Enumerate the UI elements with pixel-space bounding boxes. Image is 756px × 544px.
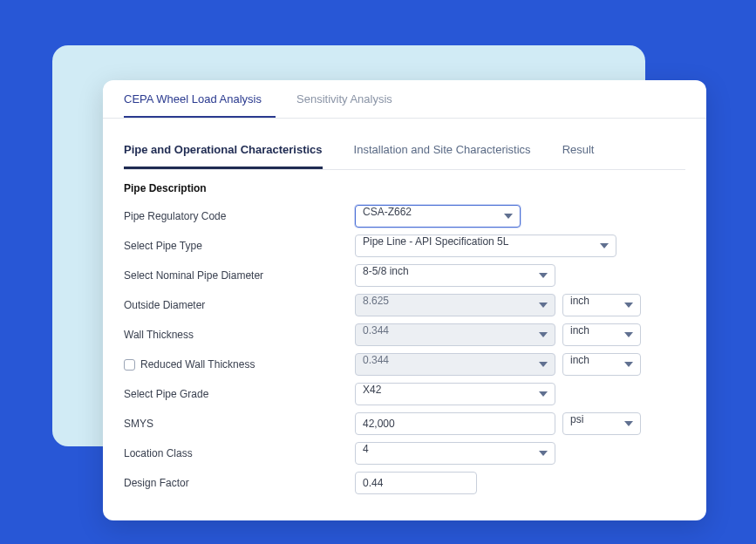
label-location-class: Location Class <box>124 447 355 459</box>
label-wall-thickness: Wall Thickness <box>124 329 355 341</box>
tab-pipe-operational[interactable]: Pipe and Operational Characteristics <box>124 134 323 169</box>
form-body: Pipe and Operational Characteristics Ins… <box>103 119 706 520</box>
select-pipe-grade[interactable]: X42 <box>355 383 555 405</box>
row-smys: SMYS psi <box>124 412 685 435</box>
label-regulatory-code: Pipe Regulatory Code <box>124 210 355 222</box>
select-location-class[interactable]: 4 <box>355 442 555 465</box>
label-pipe-grade: Select Pipe Grade <box>124 388 355 400</box>
tab-installation-site[interactable]: Installation and Site Characteristics <box>354 134 531 169</box>
input-smys[interactable] <box>355 412 555 435</box>
label-reduced-wall: Reduced Wall Thickness <box>124 358 355 371</box>
row-wall-thickness: Wall Thickness 0.344 inch <box>124 323 685 346</box>
input-wall-thickness[interactable]: 0.344 <box>355 323 555 346</box>
section-heading-pipe-description: Pipe Description <box>124 182 685 194</box>
row-outside-diameter: Outside Diameter 8.625 inch <box>124 294 685 316</box>
input-outside-diameter[interactable]: 8.625 <box>355 294 555 316</box>
row-location-class: Location Class 4 <box>124 442 685 465</box>
checkbox-reduced-wall[interactable] <box>124 359 135 371</box>
row-nominal-diameter: Select Nominal Pipe Diameter 8-5/8 inch <box>124 264 685 287</box>
label-outside-diameter: Outside Diameter <box>124 299 355 311</box>
row-design-factor: Design Factor <box>124 472 685 494</box>
label-nominal-diameter: Select Nominal Pipe Diameter <box>124 269 355 282</box>
select-regulatory-code[interactable]: CSA-Z662 <box>355 205 521 228</box>
row-pipe-type: Select Pipe Type Pipe Line - API Specifi… <box>124 235 685 257</box>
label-design-factor: Design Factor <box>124 477 355 489</box>
input-design-factor[interactable] <box>355 472 477 494</box>
label-pipe-type: Select Pipe Type <box>124 240 355 252</box>
tab-result[interactable]: Result <box>562 134 595 169</box>
row-regulatory-code: Pipe Regulatory Code CSA-Z662 <box>124 205 685 228</box>
tab-sensitivity-analysis[interactable]: Sensitivity Analysis <box>296 80 406 118</box>
tab-cepa-wheel-load[interactable]: CEPA Wheel Load Analysis <box>124 80 276 118</box>
select-nominal-diameter[interactable]: 8-5/8 inch <box>355 264 555 287</box>
select-wall-thickness-unit[interactable]: inch <box>562 323 641 346</box>
label-reduced-wall-text: Reduced Wall Thickness <box>140 358 255 371</box>
select-outside-diameter-unit[interactable]: inch <box>562 294 641 316</box>
select-smys-unit[interactable]: psi <box>562 412 641 435</box>
top-tabs: CEPA Wheel Load Analysis Sensitivity Ana… <box>103 80 706 119</box>
row-reduced-wall: Reduced Wall Thickness 0.344 inch <box>124 353 685 376</box>
input-reduced-wall[interactable]: 0.344 <box>355 353 555 376</box>
label-smys: SMYS <box>124 418 355 430</box>
select-pipe-type[interactable]: Pipe Line - API Specification 5L <box>355 235 616 257</box>
main-form-card: CEPA Wheel Load Analysis Sensitivity Ana… <box>103 80 706 520</box>
row-pipe-grade: Select Pipe Grade X42 <box>124 383 685 405</box>
sub-tabs: Pipe and Operational Characteristics Ins… <box>124 134 685 170</box>
select-reduced-wall-unit[interactable]: inch <box>562 353 641 376</box>
